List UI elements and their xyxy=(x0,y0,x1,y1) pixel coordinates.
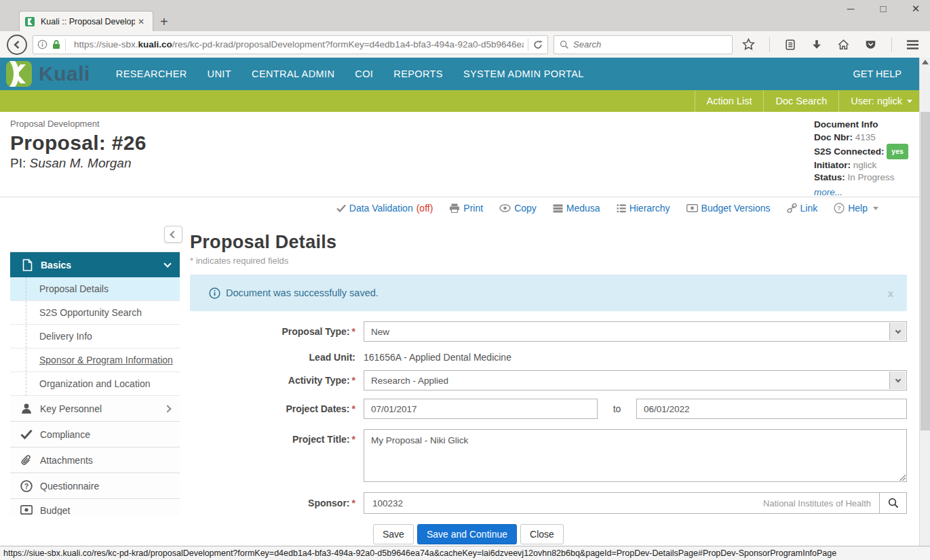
lock-icon[interactable] xyxy=(52,39,61,49)
page-scrollbar[interactable] xyxy=(919,58,930,560)
save-and-continue-button[interactable]: Save and Continue xyxy=(417,524,517,544)
medusa-link[interactable]: Medusa xyxy=(553,203,600,214)
dropdown-button[interactable] xyxy=(889,323,906,340)
bookmark-star-icon[interactable] xyxy=(742,38,755,51)
minimize-button[interactable]: ─ xyxy=(843,3,858,15)
menu-icon[interactable] xyxy=(906,39,919,50)
proposal-type-select[interactable]: New xyxy=(364,321,907,342)
dates-to-label: to xyxy=(598,403,636,414)
status-url: https://siue-sbx.kuali.co/res/kc-pd-krad… xyxy=(3,548,836,558)
sidebar-collapse-button[interactable] xyxy=(164,226,182,243)
bookmarks-list-icon[interactable] xyxy=(784,39,796,51)
sponsor-lookup-button[interactable] xyxy=(880,492,907,514)
browser-navbar: https://siue-sbx.kuali.co/res/kc-pd-krad… xyxy=(0,31,930,58)
close-form-button[interactable]: Close xyxy=(520,524,564,544)
nav-central-admin[interactable]: CENTRAL ADMIN xyxy=(252,68,334,79)
document-info-panel: Document Info Doc Nbr: 4135 S2S Connecte… xyxy=(814,119,916,199)
dropdown-button[interactable] xyxy=(889,372,906,389)
section-title: Proposal Details xyxy=(190,232,907,253)
nav-reports[interactable]: REPORTS xyxy=(393,68,443,79)
close-button[interactable]: ✕ xyxy=(908,3,923,15)
user-menu[interactable]: User: nglick xyxy=(838,90,925,112)
sidebar-item-proposal-details[interactable]: Proposal Details xyxy=(10,277,180,301)
tab-title: Kuali :: Proposal Developme xyxy=(41,17,135,26)
data-validation-link[interactable]: Data Validation (off) xyxy=(336,203,433,214)
data-validation-state: (off) xyxy=(416,203,433,214)
sidebar-item-questionnaire[interactable]: ? Questionnaire xyxy=(10,473,180,499)
sidebar-item-key-personnel[interactable]: Key Personnel xyxy=(10,396,180,422)
alert-close-button[interactable]: x xyxy=(888,287,893,299)
link-link[interactable]: Link xyxy=(787,203,818,214)
project-start-date-input[interactable]: 07/01/2017 xyxy=(364,399,598,419)
maximize-button[interactable]: □ xyxy=(876,3,891,15)
page-info-icon[interactable] xyxy=(37,39,47,49)
sponsor-label: Sponsor:* xyxy=(190,498,364,508)
sidebar-item-s2s-opportunity-search[interactable]: S2S Opportunity Search xyxy=(10,301,180,325)
scrollbar-thumb[interactable] xyxy=(921,112,930,431)
required-marker: * xyxy=(352,434,355,445)
url-text[interactable]: https://siue-sbx.kuali.co/res/kc-pd-krad… xyxy=(74,39,524,49)
search-input[interactable] xyxy=(573,39,726,49)
url-bar[interactable]: https://siue-sbx.kuali.co/res/kc-pd-krad… xyxy=(33,35,548,54)
search-icon xyxy=(888,498,899,508)
docinfo-title: Document Info xyxy=(814,119,916,132)
sidebar-item-basics[interactable]: Basics xyxy=(10,252,180,277)
nav-system-admin-portal[interactable]: SYSTEM ADMIN PORTAL xyxy=(463,68,584,79)
home-icon[interactable] xyxy=(837,39,850,51)
kuali-brand[interactable]: Kuali xyxy=(5,60,90,87)
new-tab-button[interactable]: + xyxy=(160,15,168,28)
question-circle-icon: ? xyxy=(20,480,33,492)
browser-toolbar-icons xyxy=(738,37,923,52)
back-button[interactable] xyxy=(7,35,27,55)
sidebar-item-sponsor-program-information[interactable]: Sponsor & Program Information xyxy=(10,348,180,372)
sidebar-item-label: Basics xyxy=(41,260,165,271)
main-content: Proposal Details * indicates required fi… xyxy=(190,220,907,524)
sidebar-item-organization-and-location[interactable]: Organization and Location xyxy=(10,372,180,396)
layers-icon xyxy=(553,204,563,213)
basics-submenu: Proposal Details S2S Opportunity Search … xyxy=(10,277,180,396)
nav-coi[interactable]: COI xyxy=(355,68,373,79)
required-marker: * xyxy=(352,326,355,337)
sidebar-item-attachments[interactable]: Attachments xyxy=(10,447,180,473)
downloads-icon[interactable] xyxy=(811,39,823,51)
page-title: Proposal: #26 xyxy=(10,132,147,155)
reload-icon[interactable] xyxy=(532,39,543,50)
lead-unit-row: Lead Unit: 161656A - Applied Dental Medi… xyxy=(190,352,907,363)
resize-handle[interactable] xyxy=(899,475,906,481)
nav-researcher[interactable]: RESEARCHER xyxy=(116,68,187,79)
lead-unit-value: 161656A - Applied Dental Medicine xyxy=(364,352,511,363)
nav-unit[interactable]: UNIT xyxy=(208,68,231,79)
back-arrow-icon xyxy=(12,39,22,50)
save-button[interactable]: Save xyxy=(373,524,414,544)
project-title-row: Project Title:* My Proposal - Niki Glick xyxy=(190,429,907,482)
project-dates-row: Project Dates:* 07/01/2017 to 06/01/2022 xyxy=(190,399,907,419)
tab-close-icon[interactable]: ✕ xyxy=(135,16,147,28)
pocket-icon[interactable] xyxy=(864,39,877,51)
get-help-link[interactable]: GET HELP xyxy=(853,68,902,79)
hierarchy-link[interactable]: Hierarchy xyxy=(617,203,670,214)
search-bar[interactable] xyxy=(554,35,733,54)
person-icon xyxy=(20,403,33,415)
sidebar-item-compliance[interactable]: Compliance xyxy=(10,422,180,447)
toolbar-divider2 xyxy=(891,37,892,52)
doc-search-link[interactable]: Doc Search xyxy=(763,90,838,112)
print-link[interactable]: Print xyxy=(449,203,483,214)
sponsor-input[interactable]: 100232 National Institutes of Health xyxy=(364,492,880,514)
appnav-items: RESEARCHER UNIT CENTRAL ADMIN COI REPORT… xyxy=(116,68,584,79)
project-end-date-input[interactable]: 06/01/2022 xyxy=(636,399,907,419)
sidebar-item-delivery-info[interactable]: Delivery Info xyxy=(10,325,180,348)
action-list-link[interactable]: Action List xyxy=(695,90,764,112)
scrollbar-up-arrow-icon[interactable] xyxy=(922,60,929,64)
copy-link[interactable]: Copy xyxy=(499,203,537,214)
s2s-row: S2S Connected: yes xyxy=(814,144,916,159)
search-icon xyxy=(560,40,569,49)
project-title-textarea[interactable]: My Proposal - Niki Glick xyxy=(364,429,907,482)
help-menu[interactable]: ? Help xyxy=(834,203,878,214)
required-fields-note: * indicates required fields xyxy=(190,256,907,266)
budget-versions-link[interactable]: Budget Versions xyxy=(686,203,771,214)
browser-tab[interactable]: Kuali :: Proposal Developme ✕ xyxy=(19,11,153,31)
sponsor-row: Sponsor:* 100232 National Institutes of … xyxy=(190,492,907,514)
required-marker: * xyxy=(352,375,355,386)
activity-type-select[interactable]: Research - Applied xyxy=(364,370,907,391)
project-title-wrapper: My Proposal - Niki Glick xyxy=(364,429,907,482)
